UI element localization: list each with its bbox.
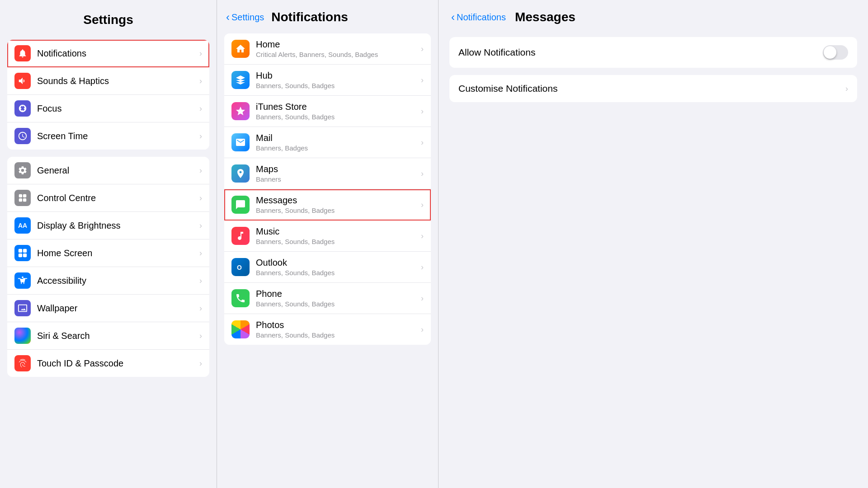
outlook-app-icon: O	[231, 258, 250, 276]
notifications-app-group: Home Critical Alerts, Banners, Sounds, B…	[224, 33, 431, 345]
notif-item-itunes[interactable]: iTunes Store Banners, Sounds, Badges ›	[224, 96, 431, 127]
chevron-icon: ›	[199, 331, 202, 341]
chevron-icon: ›	[421, 138, 424, 147]
settings-panel: Settings Notifications › Sounds & Haptic…	[0, 0, 217, 488]
notifications-list: Home Critical Alerts, Banners, Sounds, B…	[217, 32, 438, 488]
phone-app-text: Phone Banners, Sounds, Badges	[256, 289, 421, 308]
home-app-text: Home Critical Alerts, Banners, Sounds, B…	[256, 39, 421, 58]
settings-item-sounds[interactable]: Sounds & Haptics ›	[7, 67, 209, 95]
settings-item-screentime[interactable]: Screen Time ›	[7, 122, 209, 150]
notif-item-phone[interactable]: Phone Banners, Sounds, Badges ›	[224, 283, 431, 314]
outlook-app-sub: Banners, Sounds, Badges	[256, 269, 421, 277]
photos-app-sub: Banners, Sounds, Badges	[256, 331, 421, 339]
chevron-icon: ›	[421, 44, 424, 54]
settings-item-wallpaper[interactable]: Wallpaper ›	[7, 295, 209, 322]
detail-content: Allow Notifications Customise Notificati…	[439, 32, 868, 115]
chevron-icon: ›	[421, 169, 424, 178]
notif-item-hub[interactable]: Hub Banners, Sounds, Badges ›	[224, 65, 431, 96]
hub-app-text: Hub Banners, Sounds, Badges	[256, 70, 421, 89]
mail-app-sub: Banners, Badges	[256, 144, 421, 152]
settings-item-focus-label: Focus	[37, 103, 199, 114]
back-to-settings[interactable]: ‹ Settings	[226, 11, 264, 23]
settings-item-display-label: Display & Brightness	[37, 221, 199, 231]
chevron-icon: ›	[421, 200, 424, 210]
notif-item-mail[interactable]: Mail Banners, Badges ›	[224, 127, 431, 158]
phone-app-sub: Banners, Sounds, Badges	[256, 300, 421, 308]
chevron-icon: ›	[421, 75, 424, 85]
allow-notifications-toggle[interactable]	[823, 45, 848, 60]
settings-item-homescreen[interactable]: Home Screen ›	[7, 239, 209, 267]
settings-group-2: General › Control Centre › AA Display & …	[7, 157, 209, 377]
settings-item-wallpaper-label: Wallpaper	[37, 303, 199, 314]
hub-app-sub: Banners, Sounds, Badges	[256, 82, 421, 89]
svg-rect-0	[19, 194, 22, 197]
screentime-icon	[14, 128, 31, 144]
chevron-icon: ›	[199, 49, 202, 58]
allow-notifications-card: Allow Notifications	[449, 37, 857, 68]
settings-item-touchid-label: Touch ID & Passcode	[37, 358, 199, 369]
settings-item-general[interactable]: General ›	[7, 157, 209, 184]
sounds-icon	[14, 73, 31, 89]
maps-app-icon	[231, 164, 250, 183]
music-app-text: Music Banners, Sounds, Badges	[256, 226, 421, 245]
customise-notifications-row[interactable]: Customise Notifications ›	[449, 75, 857, 102]
settings-item-touchid[interactable]: Touch ID & Passcode ›	[7, 350, 209, 377]
svg-rect-6	[19, 253, 22, 257]
chevron-icon: ›	[199, 359, 202, 368]
display-icon: AA	[14, 217, 31, 234]
detail-panel: ‹ Notifications Messages Allow Notificat…	[439, 0, 868, 488]
allow-notifications-row: Allow Notifications	[449, 37, 857, 68]
settings-item-screentime-label: Screen Time	[37, 131, 199, 141]
messages-app-icon	[231, 196, 250, 214]
messages-app-sub: Banners, Sounds, Badges	[256, 206, 421, 214]
settings-item-control[interactable]: Control Centre ›	[7, 184, 209, 212]
chevron-left-icon: ‹	[226, 11, 230, 23]
detail-header: ‹ Notifications Messages	[439, 0, 868, 32]
photos-app-icon	[231, 320, 250, 338]
settings-item-siri[interactable]: Siri & Search ›	[7, 322, 209, 350]
home-app-icon	[231, 40, 250, 58]
itunes-app-name: iTunes Store	[256, 102, 421, 112]
settings-item-display[interactable]: AA Display & Brightness ›	[7, 212, 209, 239]
chevron-icon: ›	[421, 263, 424, 272]
itunes-app-icon	[231, 102, 250, 120]
control-icon	[14, 190, 31, 206]
settings-item-homescreen-label: Home Screen	[37, 248, 199, 258]
notif-item-messages[interactable]: Messages Banners, Sounds, Badges ›	[224, 189, 431, 221]
svg-rect-5	[23, 249, 27, 253]
chevron-icon: ›	[421, 325, 424, 334]
settings-item-accessibility-label: Accessibility	[37, 276, 199, 286]
outlook-app-name: Outlook	[256, 258, 421, 268]
notif-item-outlook[interactable]: O Outlook Banners, Sounds, Badges ›	[224, 252, 431, 283]
music-app-icon	[231, 227, 250, 245]
settings-item-siri-label: Siri & Search	[37, 331, 199, 341]
back-to-notifications[interactable]: ‹ Notifications	[451, 11, 506, 23]
notif-item-home[interactable]: Home Critical Alerts, Banners, Sounds, B…	[224, 33, 431, 65]
hub-app-icon	[231, 71, 250, 89]
chevron-icon: ›	[421, 231, 424, 241]
back-label: Settings	[231, 12, 264, 23]
maps-app-text: Maps Banners	[256, 164, 421, 183]
settings-item-notifications[interactable]: Notifications ›	[7, 40, 209, 67]
settings-title: Settings	[0, 0, 217, 36]
svg-point-8	[22, 277, 24, 278]
settings-item-accessibility[interactable]: Accessibility ›	[7, 267, 209, 295]
itunes-app-text: iTunes Store Banners, Sounds, Badges	[256, 102, 421, 121]
focus-icon	[14, 100, 31, 117]
music-app-name: Music	[256, 226, 421, 237]
notif-item-music[interactable]: Music Banners, Sounds, Badges ›	[224, 221, 431, 252]
itunes-app-sub: Banners, Sounds, Badges	[256, 113, 421, 121]
notif-item-photos[interactable]: Photos Banners, Sounds, Badges ›	[224, 314, 431, 345]
chevron-icon: ›	[199, 249, 202, 258]
svg-rect-7	[23, 253, 27, 257]
settings-item-focus[interactable]: Focus ›	[7, 95, 209, 122]
outlook-app-text: Outlook Banners, Sounds, Badges	[256, 258, 421, 277]
notif-item-maps[interactable]: Maps Banners ›	[224, 158, 431, 189]
notifications-header: ‹ Settings Notifications	[217, 0, 438, 32]
svg-rect-3	[23, 198, 26, 202]
hub-app-name: Hub	[256, 70, 421, 81]
phone-app-name: Phone	[256, 289, 421, 299]
chevron-icon: ›	[421, 294, 424, 303]
chevron-icon: ›	[199, 276, 202, 286]
chevron-left-icon: ‹	[451, 11, 455, 23]
